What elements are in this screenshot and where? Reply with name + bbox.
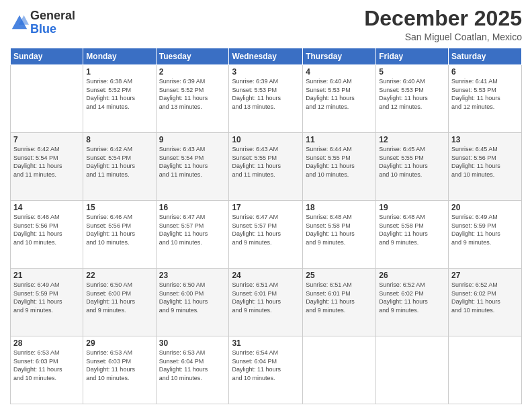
day-info: Sunrise: 6:51 AM Sunset: 6:01 PM Dayligh… [232,281,300,314]
day-cell: 30Sunrise: 6:53 AM Sunset: 6:04 PM Dayli… [156,336,229,404]
day-number: 25 [306,271,373,280]
day-number: 21 [13,271,80,280]
day-number: 30 [159,338,226,348]
day-cell [376,336,449,404]
day-cell: 26Sunrise: 6:52 AM Sunset: 6:02 PM Dayli… [376,269,449,336]
day-cell: 13Sunrise: 6:45 AM Sunset: 5:56 PM Dayli… [449,133,522,201]
header: General Blue December 2025 San Miguel Co… [10,7,522,42]
weekday-wednesday: Wednesday [229,48,303,65]
day-number: 3 [232,67,300,77]
day-cell: 7Sunrise: 6:42 AM Sunset: 5:54 PM Daylig… [11,133,83,201]
day-cell: 23Sunrise: 6:50 AM Sunset: 6:00 PM Dayli… [156,269,229,336]
day-cell [11,65,83,133]
day-cell: 28Sunrise: 6:53 AM Sunset: 6:03 PM Dayli… [11,336,83,404]
day-number: 16 [159,203,226,212]
location-title: San Miguel Coatlan, Mexico [364,32,522,42]
day-number: 4 [306,67,373,77]
day-number: 13 [451,135,519,144]
day-cell [303,336,376,404]
day-number: 24 [232,271,300,280]
weekday-saturday: Saturday [449,48,522,65]
title-block: December 2025 San Miguel Coatlan, Mexico [364,7,522,42]
day-number: 5 [379,67,445,77]
day-info: Sunrise: 6:43 AM Sunset: 5:54 PM Dayligh… [159,145,226,179]
day-number: 18 [306,203,373,212]
day-cell: 12Sunrise: 6:45 AM Sunset: 5:55 PM Dayli… [376,133,449,201]
day-number: 17 [232,203,300,212]
logo-general: General [30,9,75,22]
calendar: SundayMondayTuesdayWednesdayThursdayFrid… [10,48,522,404]
day-number: 6 [451,67,519,77]
day-number: 22 [86,271,152,280]
day-cell: 16Sunrise: 6:47 AM Sunset: 5:57 PM Dayli… [156,201,229,269]
day-cell [449,336,522,404]
day-info: Sunrise: 6:49 AM Sunset: 5:59 PM Dayligh… [13,281,80,314]
day-info: Sunrise: 6:40 AM Sunset: 5:53 PM Dayligh… [379,77,445,111]
weekday-tuesday: Tuesday [156,48,229,65]
day-number: 26 [379,271,445,280]
day-info: Sunrise: 6:52 AM Sunset: 6:02 PM Dayligh… [451,281,519,314]
day-number: 8 [86,135,152,144]
day-info: Sunrise: 6:52 AM Sunset: 6:02 PM Dayligh… [379,281,445,314]
week-row-2: 14Sunrise: 6:46 AM Sunset: 5:56 PM Dayli… [11,201,522,269]
weekday-friday: Friday [376,48,449,65]
week-row-4: 28Sunrise: 6:53 AM Sunset: 6:03 PM Dayli… [11,336,522,404]
day-number: 10 [232,135,300,144]
day-info: Sunrise: 6:47 AM Sunset: 5:57 PM Dayligh… [232,213,300,246]
week-row-1: 7Sunrise: 6:42 AM Sunset: 5:54 PM Daylig… [11,133,522,201]
day-cell: 18Sunrise: 6:48 AM Sunset: 5:58 PM Dayli… [303,201,376,269]
day-number: 14 [13,203,80,212]
day-info: Sunrise: 6:48 AM Sunset: 5:58 PM Dayligh… [379,213,445,246]
day-info: Sunrise: 6:48 AM Sunset: 5:58 PM Dayligh… [306,213,373,246]
logo-icon [10,13,29,32]
month-title: December 2025 [364,7,522,30]
day-number: 23 [159,271,226,280]
day-info: Sunrise: 6:44 AM Sunset: 5:55 PM Dayligh… [306,145,373,179]
day-cell: 3Sunrise: 6:39 AM Sunset: 5:53 PM Daylig… [229,65,303,133]
day-cell: 4Sunrise: 6:40 AM Sunset: 5:53 PM Daylig… [303,65,376,133]
day-info: Sunrise: 6:53 AM Sunset: 6:03 PM Dayligh… [13,349,80,382]
day-cell: 14Sunrise: 6:46 AM Sunset: 5:56 PM Dayli… [11,201,83,269]
day-info: Sunrise: 6:45 AM Sunset: 5:55 PM Dayligh… [379,145,445,179]
day-cell: 11Sunrise: 6:44 AM Sunset: 5:55 PM Dayli… [303,133,376,201]
day-cell: 19Sunrise: 6:48 AM Sunset: 5:58 PM Dayli… [376,201,449,269]
day-info: Sunrise: 6:45 AM Sunset: 5:56 PM Dayligh… [451,145,519,179]
day-number: 7 [13,135,80,144]
day-info: Sunrise: 6:46 AM Sunset: 5:56 PM Dayligh… [13,213,80,246]
logo: General Blue [10,9,75,36]
day-number: 31 [232,338,300,348]
day-cell: 31Sunrise: 6:54 AM Sunset: 6:04 PM Dayli… [229,336,303,404]
day-info: Sunrise: 6:39 AM Sunset: 5:52 PM Dayligh… [159,77,226,111]
day-cell: 27Sunrise: 6:52 AM Sunset: 6:02 PM Dayli… [449,269,522,336]
day-number: 9 [159,135,226,144]
day-info: Sunrise: 6:38 AM Sunset: 5:52 PM Dayligh… [86,77,152,111]
day-number: 20 [451,203,519,212]
day-number: 19 [379,203,445,212]
day-info: Sunrise: 6:46 AM Sunset: 5:56 PM Dayligh… [86,213,152,246]
day-cell: 6Sunrise: 6:41 AM Sunset: 5:53 PM Daylig… [449,65,522,133]
day-cell: 10Sunrise: 6:43 AM Sunset: 5:55 PM Dayli… [229,133,303,201]
weekday-sunday: Sunday [11,48,83,65]
day-number: 15 [86,203,152,212]
day-cell: 8Sunrise: 6:42 AM Sunset: 5:54 PM Daylig… [83,133,156,201]
day-cell: 17Sunrise: 6:47 AM Sunset: 5:57 PM Dayli… [229,201,303,269]
day-info: Sunrise: 6:39 AM Sunset: 5:53 PM Dayligh… [232,77,300,111]
day-cell: 5Sunrise: 6:40 AM Sunset: 5:53 PM Daylig… [376,65,449,133]
day-cell: 2Sunrise: 6:39 AM Sunset: 5:52 PM Daylig… [156,65,229,133]
day-cell: 1Sunrise: 6:38 AM Sunset: 5:52 PM Daylig… [83,65,156,133]
day-number: 28 [13,338,80,348]
day-number: 2 [159,67,226,77]
day-info: Sunrise: 6:53 AM Sunset: 6:04 PM Dayligh… [159,349,226,382]
day-info: Sunrise: 6:54 AM Sunset: 6:04 PM Dayligh… [232,349,300,382]
day-info: Sunrise: 6:41 AM Sunset: 5:53 PM Dayligh… [451,77,519,111]
day-number: 11 [306,135,373,144]
day-info: Sunrise: 6:53 AM Sunset: 6:03 PM Dayligh… [86,349,152,382]
day-number: 29 [86,338,152,348]
day-cell: 29Sunrise: 6:53 AM Sunset: 6:03 PM Dayli… [83,336,156,404]
day-cell: 22Sunrise: 6:50 AM Sunset: 6:00 PM Dayli… [83,269,156,336]
day-cell: 9Sunrise: 6:43 AM Sunset: 5:54 PM Daylig… [156,133,229,201]
day-info: Sunrise: 6:49 AM Sunset: 5:59 PM Dayligh… [451,213,519,246]
page: General Blue December 2025 San Miguel Co… [0,0,532,411]
day-cell: 20Sunrise: 6:49 AM Sunset: 5:59 PM Dayli… [449,201,522,269]
day-info: Sunrise: 6:42 AM Sunset: 5:54 PM Dayligh… [86,145,152,179]
